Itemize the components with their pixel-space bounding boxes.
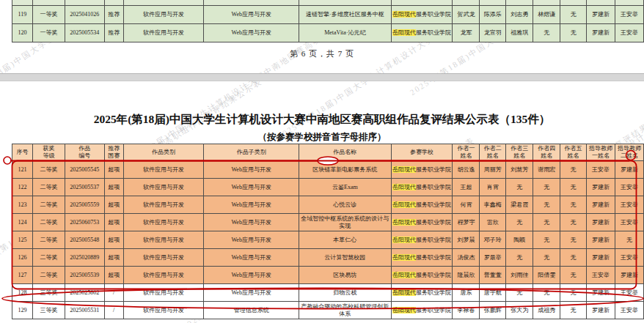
table-row: 126二等奖2025020889超项软件应用与开发Web应用与开发云计算智慧校园… — [12, 249, 644, 267]
cell-author2: 张鹏辉 — [480, 302, 506, 319]
cell-author1: 隆晨欣 — [453, 267, 480, 284]
cell-author3: 无 — [506, 249, 533, 267]
cell-author5: 无 — [560, 231, 587, 249]
school-highlight: 岳阳现代 — [392, 237, 416, 243]
cell-author4: 无 — [533, 179, 560, 196]
cell-no: 125 — [12, 231, 33, 249]
header-author3: 作者三 姓名 — [506, 144, 533, 161]
cell-author1: 李禄春 — [453, 302, 480, 319]
cell-no — [12, 0, 33, 6]
cell-school: 岳阳现代服务职业学院 — [391, 6, 453, 24]
cell-no: 124 — [12, 214, 33, 231]
header-school: 参赛学校 — [391, 144, 453, 161]
cell-rec: / — [104, 302, 123, 319]
cell-author1 — [453, 0, 480, 6]
cell-subcategory: Web应用与开发 — [204, 249, 299, 267]
table-row: 123二等奖2025005559超项软件应用与开发Web应用与开发心悦云诊岳阳现… — [12, 196, 644, 214]
cell-teacher2: 罗建新 — [615, 161, 643, 179]
cell-code: 2025005534 — [65, 24, 104, 42]
cell-title — [299, 0, 392, 6]
cell-code: 2025005548 — [65, 231, 104, 249]
cell-rec: / — [104, 284, 123, 302]
cell-title: 本草仁心 — [299, 231, 392, 249]
table-row: 121二等奖2025005545超项软件应用与开发Web应用与开发区块链革新电影… — [12, 161, 644, 179]
cell-category: 软件应用与开发 — [123, 196, 204, 214]
cell-title: 心悦云诊 — [299, 196, 392, 214]
cell-category: 软件应用与开发 — [123, 284, 204, 302]
cell-school: 岳阳现代服务职业学院 — [391, 302, 453, 319]
cell-author3: 张大为 — [506, 302, 533, 319]
cell-author2: 李鑫梅 — [480, 196, 506, 214]
cell-award: 二等奖 — [32, 231, 65, 249]
cell-teacher2: 无 — [615, 231, 643, 249]
header-award: 获奖 等级 — [32, 144, 65, 161]
cell-no: 122 — [12, 179, 33, 196]
cell-no: 128 — [12, 284, 33, 302]
table-row: 124二等奖2025060753超项软件应用与开发Web应用与开发全域智控中枢系… — [12, 214, 644, 231]
cell-code: 2025005559 — [65, 196, 104, 214]
cell-teacher2: 王安举 — [615, 302, 643, 319]
cell-author1: 刘梦晨 — [453, 231, 480, 249]
cell-school: 岳阳现代服务职业学院 — [391, 161, 453, 179]
table-row: 128三等奖2025025802/软件应用与开发Web应用与开发归物云栈岳阳现代… — [12, 284, 644, 302]
cell-author4: 无 — [533, 196, 560, 214]
cell-author5: 无 — [560, 267, 587, 284]
cell-author5 — [560, 0, 587, 6]
cell-author1: 程梦宇 — [453, 214, 480, 231]
cell-code: 2025060753 — [65, 214, 104, 231]
cell-school: 岳阳现代服务职业学院 — [391, 284, 453, 302]
cell-author2: 唐宇航 — [480, 284, 506, 302]
cell-school: 岳阳现代服务职业学院 — [391, 249, 453, 267]
header-author4: 作者四 姓名 — [533, 144, 560, 161]
cell-teacher1: 王安举 — [587, 161, 615, 179]
cell-author3: 刘雨佳 — [506, 267, 533, 284]
cell-rec: 推荐 — [104, 6, 123, 24]
cell-author3: 梁君霞 — [506, 196, 533, 214]
header-no: 序号 — [12, 144, 33, 161]
cell-teacher2: 王安举 — [615, 6, 644, 24]
cell-school: 岳阳现代服务职业学院 — [391, 196, 453, 214]
cell-author4: 谢雨宏 — [533, 161, 560, 179]
cell-rec — [104, 0, 123, 6]
cell-teacher1 — [587, 0, 615, 6]
cell-no: 123 — [12, 196, 33, 214]
cell-category — [123, 0, 204, 6]
cell-author3: 刘志勇 — [506, 6, 533, 24]
document-viewer: 2025年(第18届)中国大学生计算机设计大赛中南地区赛高职组作品复评结果公示表… — [0, 0, 644, 323]
cell-teacher2 — [615, 0, 644, 6]
header-category: 作品类别 — [123, 144, 204, 161]
cell-author4: 林熠谦 — [533, 6, 560, 24]
cell-award: 二等奖 — [32, 267, 65, 284]
table-row: 127二等奖2025005539超项软件应用与开发Web应用与开发区块易坊岳阳现… — [12, 267, 644, 284]
cell-author2 — [480, 0, 506, 6]
cell-subcategory: 管理信息系统 — [204, 302, 299, 319]
cell-author4 — [533, 0, 560, 6]
cell-subcategory: Web应用与开发 — [204, 196, 299, 214]
cell-award — [32, 0, 65, 6]
header-author1: 作者一 姓名 — [453, 144, 480, 161]
cell-title: 速链智擎·多维度社区服务中枢 — [299, 6, 392, 24]
cell-award: 一等奖 — [32, 6, 65, 24]
cell-award: 二等奖 — [32, 214, 65, 231]
cell-author5: 无 — [560, 214, 587, 231]
header-title: 作品名称 — [299, 144, 392, 161]
cell-author3: 祖雅琪 — [506, 24, 533, 42]
cell-award: 二等奖 — [32, 249, 65, 267]
cell-code: 2025020889 — [65, 249, 104, 267]
cell-award: 二等奖 — [32, 161, 65, 179]
cell-author4: 无 — [533, 284, 560, 302]
cell-category: 软件应用与开发 — [123, 231, 204, 249]
cell-author4: 无 — [533, 231, 560, 249]
cell-author3 — [506, 0, 533, 6]
cell-author4: 无 — [533, 249, 560, 267]
red-left-cap-annotation — [4, 157, 11, 164]
school-highlight: 岳阳现代 — [392, 289, 416, 296]
cell-subcategory — [204, 0, 299, 6]
cell-teacher2: 王安举 — [615, 196, 643, 214]
header-code: 作品 编号 — [65, 144, 104, 161]
cell-teacher2: 王安举 — [615, 284, 643, 302]
cell-subcategory: Web应用与开发 — [204, 179, 299, 196]
cell-code: 2025025802 — [65, 284, 104, 302]
table-row: 120一等奖2025005534推荐软件应用与开发Web应用与开发MetaVit… — [12, 24, 644, 42]
cell-author4: 阳倩雯 — [533, 267, 560, 284]
